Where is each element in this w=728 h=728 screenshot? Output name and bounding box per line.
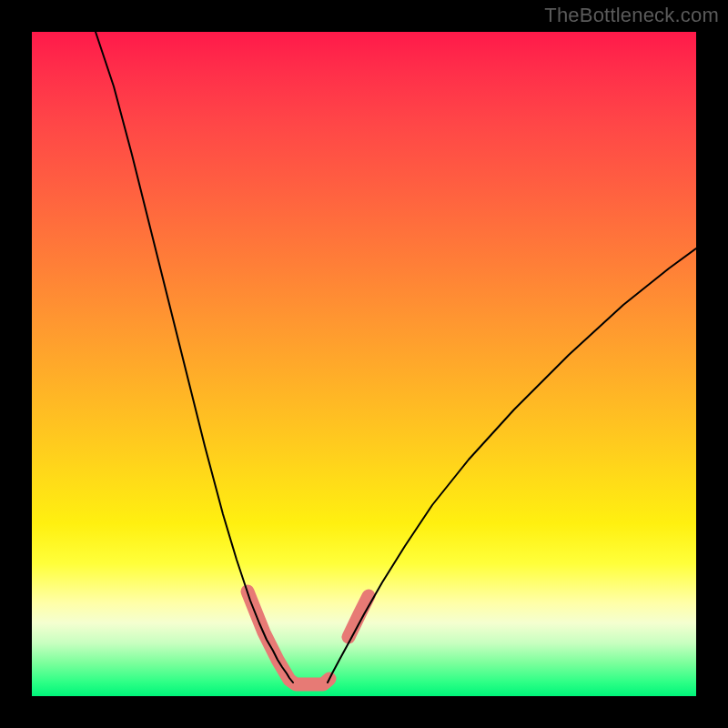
chart-svg xyxy=(32,32,696,696)
chart-frame: TheBottleneck.com xyxy=(0,0,728,728)
series-pink-accent-left xyxy=(248,592,329,684)
watermark-text: TheBottleneck.com xyxy=(544,4,719,27)
series-curve-left xyxy=(96,32,293,682)
chart-plot-area xyxy=(32,32,696,696)
series-curve-right xyxy=(328,248,696,682)
series-pink-accent-right xyxy=(349,596,369,637)
